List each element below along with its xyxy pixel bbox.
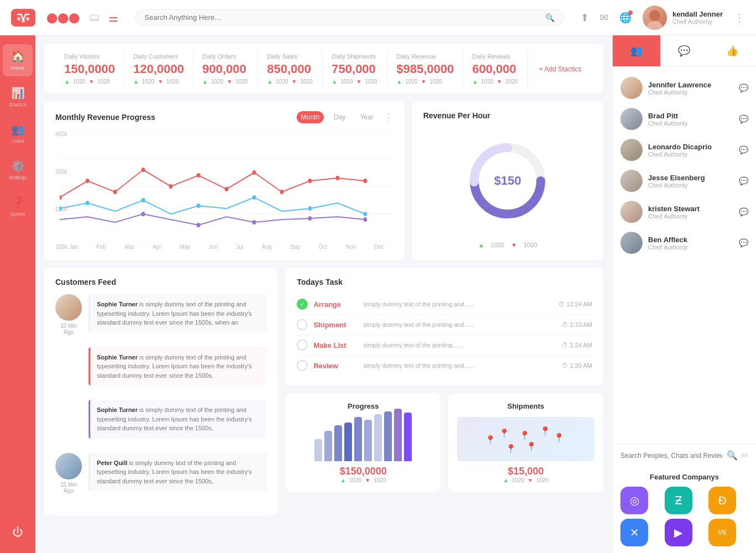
filter-day[interactable]: Day <box>329 111 350 123</box>
top-icons: ⬤⬤⬤ 🗂 ⚌ <box>46 11 118 24</box>
task-check[interactable] <box>297 360 308 371</box>
svg-point-12 <box>169 184 173 189</box>
sliders-icon[interactable]: ⚌ <box>108 11 118 24</box>
sidebar-item-stactics[interactable]: 📊 Stactics <box>3 81 33 113</box>
filter-month[interactable]: Month <box>297 111 324 123</box>
list-item: Sophie Turner is simply dummy text of th… <box>89 347 267 392</box>
company-icon[interactable]: Ƶ <box>665 487 692 514</box>
contact-item[interactable]: Jennifer Lawrence Cheif Authority 💬 <box>613 72 756 103</box>
tasks-title: Todays Task <box>297 278 592 286</box>
contact-role: Cheif Authority <box>648 182 733 189</box>
task-name: Make List <box>313 341 358 349</box>
company-icon[interactable]: Ð <box>708 487 736 514</box>
dots-icon[interactable]: ⬤⬤⬤ <box>46 12 80 24</box>
message-icon[interactable]: 💬 <box>739 207 748 216</box>
panel-search[interactable]: 🔍 ✏ <box>613 444 756 466</box>
up-arrow-icon: ▲ <box>332 79 337 85</box>
stat-customers: Daily Customers 120,0000 ▲1020 ▼1020 <box>125 51 194 87</box>
message-icon[interactable]: 💬 <box>739 145 748 154</box>
tab-people[interactable]: 👥 <box>613 35 660 66</box>
task-name: Review <box>313 362 358 370</box>
stat-add[interactable]: + Add Stactics <box>528 63 592 75</box>
task-check[interactable] <box>297 319 308 330</box>
tab-messages[interactable]: 💬 <box>660 35 708 66</box>
task-check-done[interactable]: ✓ <box>297 299 308 310</box>
sidebar-item-settings[interactable]: ⚙️ Settings <box>3 154 33 186</box>
stat-visitors-value: 150,0000 <box>64 62 115 76</box>
sidebar-item-home[interactable]: 🏠 Home <box>3 44 33 76</box>
folder-icon[interactable]: 🗂 <box>89 11 100 24</box>
featured-companies: Featured Companys ◎ƵÐ✕▶VK <box>613 466 756 553</box>
shipment-sub: ▲ 1020 ▼ 1020 <box>457 477 594 483</box>
company-icon[interactable]: ✕ <box>620 519 648 546</box>
power-icon: ⏻ <box>12 526 23 539</box>
stat-sales-sub: ▲1020 ▼1020 <box>267 79 313 85</box>
bar <box>354 417 362 461</box>
svg-point-10 <box>113 190 117 194</box>
company-icon[interactable]: ◎ <box>620 487 648 514</box>
down-arrow-icon: ▼ <box>511 242 517 248</box>
message-icon[interactable]: 💬 <box>739 176 748 185</box>
sidebar-item-quires[interactable]: ❓ Quires <box>3 190 33 222</box>
user-name: kendall Jenner <box>672 10 723 18</box>
filter-year[interactable]: Year <box>355 111 377 123</box>
contact-role: Cheif Authority <box>648 213 733 220</box>
contact-item[interactable]: Ben Affleck Cheif Authority 💬 <box>613 227 756 258</box>
company-icon[interactable]: ▶ <box>665 519 692 546</box>
tab-likes[interactable]: 👍 <box>708 35 756 66</box>
contact-item[interactable]: Jesse Eisenberg Cheif Authority 💬 <box>613 165 756 196</box>
add-statics-button[interactable]: + Add Stactics <box>537 65 583 73</box>
message-icon[interactable]: 💬 <box>739 238 748 247</box>
down-arrow-icon: ▼ <box>158 79 163 85</box>
svg-point-0 <box>17 17 20 20</box>
more-options-icon[interactable]: ⋮ <box>734 11 745 24</box>
svg-point-28 <box>196 223 200 227</box>
contact-role: Cheif Authority <box>648 89 733 96</box>
shipments-card: Shipments 📍📍📍📍📍📍📍 $15,000 ▲ 1020 ▼ 1020 <box>448 393 603 492</box>
stat-revenue-label: Daily Revenue <box>396 53 454 60</box>
task-name: Arrange <box>313 300 358 309</box>
upload-icon[interactable]: ⬆ <box>581 12 589 24</box>
contact-item[interactable]: kristen Stewart Cheif Authority 💬 <box>613 196 756 227</box>
contact-item[interactable]: Leonardo Dicaprio Cheif Authority 💬 <box>613 134 756 165</box>
globe-icon[interactable]: 🌐 <box>619 12 631 24</box>
contact-item[interactable]: Brad Pitt Cheif Authority 💬 <box>613 103 756 134</box>
sidebar: 🏠 Home 📊 Stactics 👥 Users ⚙️ Settings ❓ … <box>0 35 35 553</box>
message-icon[interactable]: 💬 <box>739 114 748 123</box>
user-info: kendall Jenner Cheif Authority <box>672 10 723 25</box>
stat-customers-value: 120,0000 <box>133 62 184 76</box>
list-item: Make List simply dummy text of the print… <box>297 335 592 356</box>
sidebar-power[interactable]: ⏻ <box>3 520 33 544</box>
search-box[interactable]: 🔍 <box>135 9 564 26</box>
company-icon[interactable]: VK <box>708 519 736 546</box>
svg-point-2 <box>26 17 29 20</box>
chart-more-icon[interactable]: ⋮ <box>384 111 393 123</box>
search-icon[interactable]: 🔍 <box>545 13 555 22</box>
feed-card: Customers Feed 10 Min Ago Sophie Turner … <box>44 268 278 515</box>
users-icon: 👥 <box>11 123 25 136</box>
search-input[interactable] <box>144 13 545 22</box>
task-time: ⏱ 1:24 AM <box>562 342 592 348</box>
avatar <box>55 453 82 479</box>
panel-tabs: 👥 💬 👍 <box>613 35 756 67</box>
message-icon[interactable]: 💬 <box>739 84 748 92</box>
user-role: Cheif Authority <box>672 18 723 25</box>
logo-icon[interactable] <box>11 9 35 27</box>
mail-icon[interactable]: ✉ <box>600 12 608 24</box>
panel-search-input[interactable] <box>620 452 722 460</box>
chart-filters: Month Day Year ⋮ <box>297 111 393 123</box>
task-check[interactable] <box>297 340 308 351</box>
contact-name: Jesse Eisenberg <box>648 174 733 182</box>
svg-point-26 <box>363 212 367 216</box>
progress-card: Progress $150,0000 ▲ 1020 ▼ 1020 <box>286 393 441 492</box>
edit-icon[interactable]: ✏ <box>741 450 748 461</box>
chart-title: Monthly Revenue Progress <box>55 113 156 122</box>
task-time: ⏱ 12:24 AM <box>558 301 592 307</box>
svg-point-1 <box>22 19 25 23</box>
up-arrow-icon: ▲ <box>478 242 484 248</box>
progress-sub: ▲ 1020 ▼ 1020 <box>294 477 432 483</box>
stat-reviews-label: Daily Reviews <box>472 53 519 60</box>
search-icon[interactable]: 🔍 <box>727 450 738 461</box>
sidebar-item-users[interactable]: 👥 Users <box>3 117 33 149</box>
logo-area <box>11 9 35 27</box>
